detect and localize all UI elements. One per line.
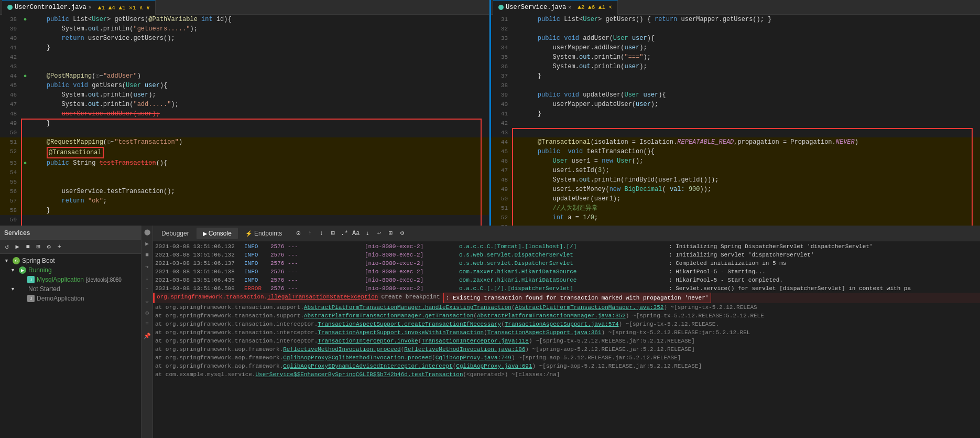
right-gutter-44 [512,137,520,147]
editor-area: UserController.java ✕ ▲1 ▲4 ▲1 ✕1 ∧ ∨ 38… [0,0,980,226]
console-settings3-btn[interactable]: ⚙ [397,229,407,238]
right-line-53: 53 [491,222,980,226]
side-pin-icon[interactable]: 📌 [143,332,151,340]
stack-line-5: at org.springframework.transaction.inter… [153,337,980,345]
services-tree-mysqlapp[interactable]: J MysqlApplication [devtools]:8080 [0,275,141,284]
right-gutter-36 [512,62,520,71]
java-file-icon [7,5,13,10]
right-line-38: 38 [491,81,980,90]
console-filter-text-btn[interactable]: ⊞ [328,229,337,238]
stack-line-3: at org.springframework.transaction.inter… [153,320,980,328]
gutter-55 [21,177,29,187]
stack-line-2: at org.springframework.transaction.suppo… [153,312,980,320]
services-panel: Services ↺ ▶ ■ ⊞ ⚙ + ▼ S Spring Boot [0,226,141,438]
code-line-58: 58 } [0,206,489,215]
side-step-in-icon[interactable]: ↓ [143,274,151,282]
gutter-run-44[interactable]: ● [21,71,29,81]
services-settings-btn[interactable]: ⚙ [44,242,53,252]
code-line-48: 48 userService.addUser(user); [0,109,489,119]
right-tab-close[interactable]: ✕ [568,4,571,10]
left-tab-usercontroller[interactable]: UserController.java ✕ ▲1 ▲4 ▲1 ✕1 ∧ ∨ [2,0,156,15]
console-scroll-btn[interactable]: ⇣ [363,229,372,238]
services-tree-notstarted[interactable]: ▼ Not Started [0,284,141,294]
bottom-tab-bar: Debugger ▶ Console ⚡ Endpoints ⊙ ↑ ↓ ⊞ .… [153,226,980,241]
right-editor-pane: UserService.java ✕ ▲2 ▲6 ▲1 < 31 public … [491,0,980,226]
left-tab-filename: UserController.java [15,4,86,11]
stack-line-8: at org.springframework.aop.framework.Cgl… [153,362,980,370]
console-up-btn[interactable]: ↑ [305,229,314,238]
side-debug-icon[interactable]: ⬤ [143,228,151,236]
services-refresh-btn[interactable]: ↺ [2,242,12,252]
code-line-49: 49 } [0,119,489,128]
right-gutter-53 [512,222,520,226]
right-line-42: 42 [491,119,980,128]
gutter-42 [21,52,29,62]
right-line-52: 52 int a = 1/0; [491,213,980,222]
side-bookmark-icon[interactable]: ☆ [143,297,151,305]
log-line-5: 2021-03-08 13:51:06.435 INFO 2576 --- [n… [153,276,980,284]
right-line-49: 49 user1.setMoney(new BigDecimal( val: 9… [491,185,980,194]
code-line-53: 53 ● public String testTransaction(){ [0,158,489,168]
console-tab-icon: ▶ [203,230,209,237]
left-tab-close[interactable]: ✕ [89,4,92,10]
console-tab[interactable]: ▶ Console [197,228,238,239]
gutter-52 [21,147,29,158]
side-settings2-icon[interactable]: ⚙ [143,308,151,317]
console-case-btn[interactable]: Aa [351,229,361,238]
services-stop-btn[interactable]: ■ [23,242,32,252]
side-stop-icon[interactable]: ■ [143,251,151,259]
side-step-over-icon[interactable]: ↷ [143,262,151,271]
mysqlapp-label: MysqlApplication [37,276,84,283]
log-output[interactable]: 2021-03-08 13:51:06.132 INFO 2576 --- [n… [153,241,980,438]
gutter-run-53[interactable]: ● [21,158,29,168]
tree-arrow-springboot: ▼ [4,258,10,263]
services-tree-demoapp[interactable]: J DemoApplication [0,294,141,303]
side-icon-strip: ⬤ ▶ ■ ↷ ↓ ↑ ☆ ⚙ ≡ 📌 [141,226,153,438]
left-tab-indicators: ▲1 ▲4 ▲1 ✕1 ∧ ∨ [98,4,150,11]
right-tab-userservice[interactable]: UserService.java ✕ ▲2 ▲6 ▲1 < [493,0,618,15]
notstarted-label: Not Started [28,285,60,293]
right-line-46: 46 User user1 = new User(); [491,156,980,166]
spring-icon: S [13,257,20,264]
services-filter-btn[interactable]: ⊞ [34,242,43,252]
side-filter-icon[interactable]: ≡ [143,320,151,328]
console-wrap-btn[interactable]: ↩ [374,229,384,238]
console-clear-btn[interactable]: ⊙ [293,229,303,238]
gutter-50 [21,128,29,137]
app-icon-demo: J [27,295,35,302]
code-line-38: 38 ● public List<User> getUsers(@PathVar… [0,15,489,24]
left-code-area[interactable]: 38 ● public List<User> getUsers(@PathVar… [0,15,489,226]
right-gutter-33 [512,34,520,43]
services-add-btn[interactable]: + [55,242,64,252]
left-editor-pane: UserController.java ✕ ▲1 ▲4 ▲1 ✕1 ∧ ∨ 38… [0,0,489,226]
code-line-44: 44 ● @PostMapping(☉~"addUser") [0,71,489,81]
right-line-39: 39 public void updateUser(User user){ [491,90,980,100]
right-gutter-51 [512,204,520,213]
app-icon-mysql: J [27,276,35,283]
code-line-40: 40 return userService.getUsers(); [0,34,489,43]
gutter-run-38[interactable]: ● [21,15,29,24]
endpoints-tab[interactable]: ⚡ Endpoints [239,228,288,239]
code-line-47: 47 System.out.println("add....."); [0,100,489,109]
services-tree-running[interactable]: ▼ ▶ Running [0,265,141,275]
console-down-btn[interactable]: ↓ [317,229,326,238]
gutter-39 [21,24,29,34]
services-toolbar: ↺ ▶ ■ ⊞ ⚙ + [0,240,141,254]
springboot-label: Spring Boot [22,257,55,264]
side-run-icon[interactable]: ▶ [143,239,151,248]
side-step-out-icon[interactable]: ↑ [143,285,151,294]
debugger-tab[interactable]: Debugger [155,228,195,239]
console-copy-btn[interactable]: ⊞ [386,229,395,238]
services-tree-springboot[interactable]: ▼ S Spring Boot [0,256,141,265]
stack-line-9: at com.example.mysql.service.UserService… [153,370,980,379]
gutter-58 [21,206,29,215]
right-code-area[interactable]: 31 public List<User> getUsers() { return… [491,15,980,226]
console-regex-btn[interactable]: .* [340,229,349,238]
error-message-box: : Existing transaction found for transac… [443,293,712,303]
endpoints-tab-icon: ⚡ [245,230,254,237]
stack-line-1: at org.springframework.transaction.suppo… [153,303,980,312]
console-toolbar: ⊙ ↑ ↓ ⊞ .* Aa ⇣ ↩ ⊞ ⚙ [293,229,407,238]
right-gutter-52 [512,213,520,222]
code-line-39: 39 System.out.println("getuesrs....."); [0,24,489,34]
services-run-btn[interactable]: ▶ [13,242,22,252]
